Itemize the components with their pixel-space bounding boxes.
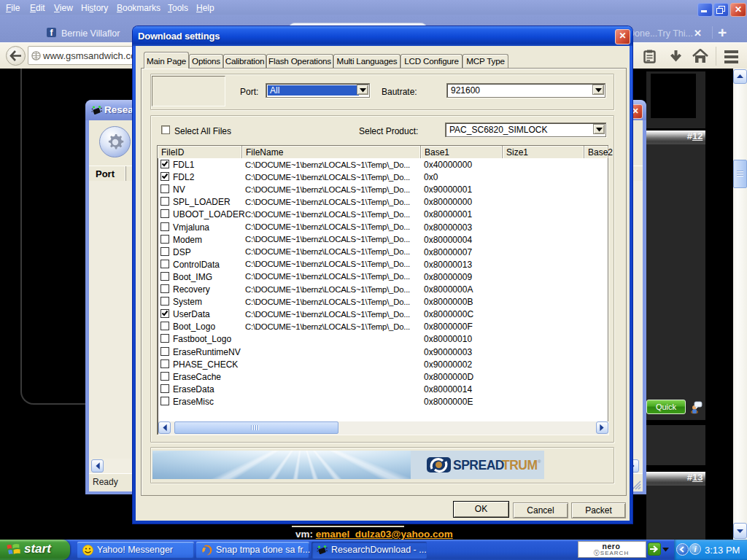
svg-text:®: ® (538, 459, 541, 464)
svg-text:SPREAD: SPREAD (453, 458, 504, 472)
svg-text:TRUM: TRUM (502, 458, 538, 472)
